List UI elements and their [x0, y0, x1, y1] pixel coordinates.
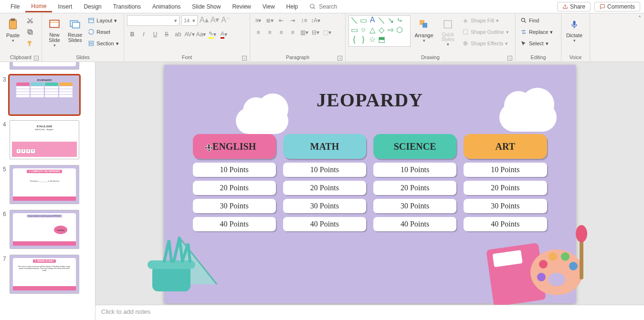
align-left-button[interactable]: ≡ — [253, 27, 264, 38]
dialog-launcher[interactable]: ↘ — [242, 56, 247, 61]
quick-styles-button[interactable]: QuickStyles▾ — [437, 15, 458, 52]
align-center-button[interactable]: ≡ — [264, 27, 275, 38]
shape-outline-button[interactable]: Shape Outline▾ — [460, 27, 511, 37]
shadow-button[interactable]: ab — [173, 29, 183, 40]
points-cell[interactable]: 20 Points — [464, 181, 547, 195]
reset-button[interactable]: Reset — [86, 27, 121, 37]
menu-home[interactable]: Home — [25, 1, 52, 12]
slide-thumbnail-6[interactable]: If your answer is correct, you win 10 Po… — [10, 210, 79, 249]
slide-thumbnail[interactable] — [10, 62, 79, 70]
comments-label: Comments — [607, 3, 635, 10]
dialog-launcher[interactable]: ↘ — [507, 56, 512, 61]
justify-button[interactable]: ≡ — [287, 27, 298, 38]
slide-thumbnail-4[interactable]: ENGLISH A-B-C-D-E... English! 1 2 3 4 — [10, 120, 79, 159]
text-direction-button[interactable]: ↕A▾ — [310, 15, 321, 26]
bullets-button[interactable]: ≡▾ — [253, 15, 264, 26]
slide-thumbnail-3[interactable]: JEOPARDY — [10, 75, 79, 114]
reuse-slides-button[interactable]: ReuseSlides — [66, 15, 84, 52]
points-cell[interactable]: 40 Points — [373, 217, 456, 231]
bold-button[interactable]: B — [127, 29, 137, 40]
slide-title[interactable]: JEOPARDY — [164, 89, 576, 111]
menu-slideshow[interactable]: Slide Show — [186, 1, 226, 12]
menu-view[interactable]: View — [257, 1, 281, 12]
shape-effects-button[interactable]: Shape Effects▾ — [460, 38, 511, 49]
points-cell[interactable]: 30 Points — [373, 199, 456, 213]
points-cell[interactable]: 30 Points — [283, 199, 366, 213]
points-cell[interactable]: 20 Points — [373, 181, 456, 195]
cut-button[interactable] — [25, 15, 35, 26]
dialog-launcher[interactable]: ↘ — [338, 56, 342, 61]
layout-button[interactable]: Layout▾ — [86, 15, 121, 26]
italic-button[interactable]: I — [138, 29, 149, 40]
line-spacing-button[interactable]: ↕≡ — [299, 15, 309, 26]
columns-button[interactable]: ▥▾ — [299, 27, 309, 38]
new-slide-icon — [48, 18, 61, 31]
change-case-button[interactable]: Aa▾ — [196, 29, 206, 40]
section-button[interactable]: Section▾ — [86, 38, 121, 49]
format-painter-button[interactable] — [25, 38, 35, 49]
slide-thumbnails-panel[interactable]: 3 JEOPARDY 4 ENGLISH A-B-C- — [0, 62, 95, 320]
slide-canvas[interactable]: JEOPARDY ENGLISH 10 Points 20 Points 30 … — [164, 65, 576, 303]
slide-thumbnail-5[interactable]: 1. COMPLETE THE SENTENCE The boy is ____… — [10, 165, 79, 204]
menu-help[interactable]: Help — [281, 1, 304, 12]
highlight-button[interactable]: ✎▾ — [207, 29, 218, 40]
points-cell[interactable]: 10 Points — [283, 163, 366, 177]
new-slide-button[interactable]: NewSlide ▾ — [45, 15, 64, 52]
menu-animations[interactable]: Animations — [147, 1, 186, 12]
smartart-button[interactable]: ⬚▾ — [322, 27, 332, 38]
comments-button[interactable]: Comments — [594, 2, 640, 11]
shape-fill-button[interactable]: Shape Fill▾ — [460, 15, 511, 26]
decrease-font-button[interactable]: A▾ — [211, 15, 220, 26]
underline-button[interactable]: U — [150, 29, 160, 40]
search-box[interactable]: Search — [309, 3, 337, 10]
points-cell[interactable]: 20 Points — [193, 181, 276, 195]
strikethrough-button[interactable]: S — [161, 29, 172, 40]
numbering-button[interactable]: ≣▾ — [264, 15, 275, 26]
category-column-art: ART 10 Points 20 Points 30 Points 40 Poi… — [464, 134, 547, 231]
shapes-gallery[interactable]: ＼ ▭ A ＼ ↘ ⤷ ▭ ○ △ ◇ ⇨ ⬡ { } ☆ ⬒ — [348, 15, 411, 47]
group-font: ▾ 14▾ A▴ A▾ A⁻ B I U S ab AV▾ Aa▾ ✎▾ A▾ … — [124, 13, 250, 62]
arrange-button[interactable]: Arrange▾ — [412, 15, 435, 52]
points-cell[interactable]: 20 Points — [283, 181, 366, 195]
font-size-combo[interactable]: 14▾ — [181, 15, 198, 26]
menu-design[interactable]: Design — [78, 1, 107, 12]
svg-rect-26 — [152, 265, 190, 291]
menu-transitions[interactable]: Transitions — [107, 1, 147, 12]
align-right-button[interactable]: ≡ — [276, 27, 286, 38]
dialog-launcher[interactable]: ↘ — [34, 56, 39, 61]
points-cell[interactable]: 10 Points — [464, 163, 547, 177]
share-button[interactable]: Share — [557, 2, 591, 11]
paste-button[interactable]: Paste ▾ — [3, 15, 23, 52]
notes-pane[interactable]: Click to add notes — [95, 305, 644, 320]
dictate-button[interactable]: Dictate▾ — [564, 15, 584, 52]
font-color-button[interactable]: A▾ — [219, 29, 229, 40]
copy-button[interactable] — [25, 27, 35, 37]
decrease-indent-button[interactable]: ⇤ — [276, 15, 286, 26]
char-spacing-button[interactable]: AV▾ — [184, 29, 195, 40]
points-cell[interactable]: 40 Points — [283, 217, 366, 231]
select-label: Select — [529, 41, 544, 46]
font-name-combo[interactable]: ▾ — [127, 15, 179, 26]
svg-point-32 — [539, 260, 548, 268]
select-button[interactable]: Select▾ — [518, 38, 555, 49]
points-cell[interactable]: 10 Points — [193, 163, 276, 177]
points-cell[interactable]: 10 Points — [373, 163, 456, 177]
menu-file[interactable]: File — [5, 1, 25, 12]
replace-button[interactable]: Replace▾ — [518, 27, 555, 37]
increase-indent-button[interactable]: ⇥ — [287, 15, 298, 26]
points-cell[interactable]: 30 Points — [464, 199, 547, 213]
points-cell[interactable]: 30 Points — [193, 199, 276, 213]
align-text-button[interactable]: ⊟▾ — [310, 27, 321, 38]
category-header[interactable]: ART — [464, 134, 547, 159]
category-header[interactable]: SCIENCE — [373, 134, 456, 159]
category-header[interactable]: ENGLISH — [193, 134, 276, 159]
clear-formatting-button[interactable]: A⁻ — [221, 15, 230, 26]
menu-insert[interactable]: Insert — [52, 1, 78, 12]
collapse-ribbon-button[interactable]: ˄ — [638, 15, 641, 22]
increase-font-button[interactable]: A▴ — [200, 15, 209, 26]
category-header[interactable]: MATH — [283, 134, 366, 159]
find-button[interactable]: Find — [518, 15, 555, 26]
slide-canvas-area[interactable]: JEOPARDY ENGLISH 10 Points 20 Points 30 … — [95, 62, 644, 305]
slide-thumbnail-7[interactable]: 2. WHERE IS SHE? She went to a place to … — [10, 255, 79, 294]
menu-review[interactable]: Review — [226, 1, 256, 12]
